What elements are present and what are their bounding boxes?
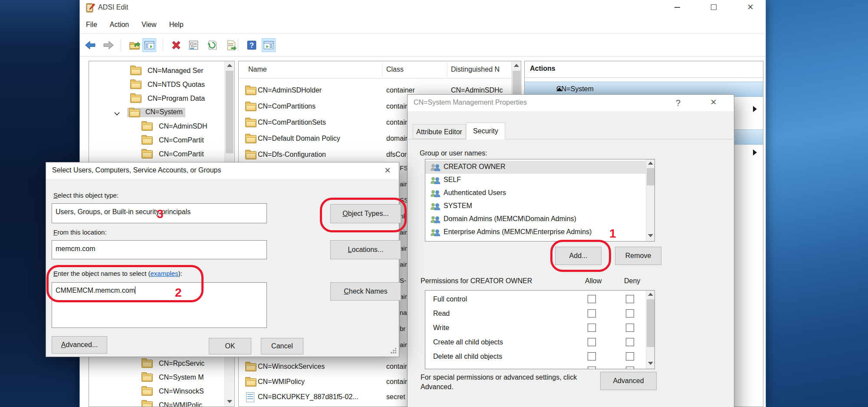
folder-icon xyxy=(245,378,256,387)
locations-button[interactable]: Locations... xyxy=(330,240,401,259)
group-names-list[interactable]: CREATOR OWNER SELF Authenticated Users S… xyxy=(425,159,655,242)
flyout-arrow-icon[interactable] xyxy=(753,106,757,112)
permission-row: Delete all child objects xyxy=(425,351,646,365)
scroll-up-icon[interactable] xyxy=(648,162,653,165)
list-header: Name Class Distinguished N xyxy=(239,61,521,79)
remove-button[interactable]: Remove xyxy=(615,247,661,265)
tree-item[interactable]: CN=Program Data xyxy=(89,93,234,106)
tree-item-label: CN=ComPartit xyxy=(159,150,204,158)
permissions-list[interactable]: Full control Read Write Create all child… xyxy=(425,290,655,369)
delete-icon[interactable] xyxy=(169,38,183,52)
deny-checkbox[interactable] xyxy=(626,338,634,346)
cancel-button[interactable]: Cancel xyxy=(261,338,303,354)
object-type-label: Select this object type: xyxy=(53,192,118,199)
ok-button[interactable]: OK xyxy=(209,338,251,354)
tab-attribute-editor[interactable]: Attribute Editor xyxy=(413,124,466,139)
advanced-button[interactable]: Advanced... xyxy=(52,336,107,354)
group-item[interactable]: SYSTEM xyxy=(425,200,646,213)
collapse-icon[interactable] xyxy=(556,87,562,91)
group-item[interactable]: Authenticated Users xyxy=(425,187,646,200)
export-list-icon[interactable] xyxy=(224,38,238,52)
annotation-circle-object-types xyxy=(320,198,407,232)
resize-grip[interactable] xyxy=(390,348,396,354)
tree-item[interactable]: CN=WMIPolic xyxy=(89,399,234,407)
help-icon[interactable]: ? xyxy=(245,38,259,52)
flyout-arrow-icon[interactable] xyxy=(753,149,757,156)
menu-file[interactable]: File xyxy=(86,21,97,29)
scroll-down-icon[interactable] xyxy=(227,400,232,403)
console-window-icon[interactable] xyxy=(142,38,156,52)
close-icon[interactable]: × xyxy=(385,165,391,175)
dual-user-icon xyxy=(430,215,441,223)
close-button[interactable]: × xyxy=(740,0,760,15)
tree-item-cn-system[interactable]: CN=System xyxy=(89,106,234,120)
deny-checkbox[interactable] xyxy=(626,352,634,361)
select-dialog-titlebar: Select Users, Computers, Service Account… xyxy=(46,162,399,179)
column-header-name[interactable]: Name xyxy=(248,66,267,73)
check-names-button[interactable]: Check Names xyxy=(330,282,401,301)
tree-item[interactable]: CN=WinsockS xyxy=(89,385,234,399)
column-header-dn[interactable]: Distinguished N xyxy=(451,66,500,73)
deny-checkbox[interactable] xyxy=(626,309,634,318)
folder-icon xyxy=(245,151,256,159)
tree-item[interactable]: CN=RpcServic xyxy=(89,357,234,371)
scroll-up-icon[interactable] xyxy=(648,293,653,296)
tree-item[interactable]: CN=ComPartit xyxy=(89,148,234,162)
export-folder-icon[interactable] xyxy=(128,38,141,52)
allow-checkbox[interactable] xyxy=(588,338,596,346)
forward-icon[interactable] xyxy=(102,38,115,52)
deny-checkbox[interactable] xyxy=(626,324,634,332)
allow-checkbox[interactable] xyxy=(588,309,596,318)
allow-checkbox[interactable] xyxy=(588,367,596,369)
scroll-up-icon[interactable] xyxy=(514,64,519,67)
folder-icon xyxy=(141,401,153,407)
scroll-down-icon[interactable] xyxy=(648,234,653,237)
tree-item-label: CN=ComPartit xyxy=(159,136,204,144)
group-list-scrollbar[interactable] xyxy=(646,159,654,241)
scrollbar-thumb[interactable] xyxy=(647,168,654,185)
scroll-up-icon[interactable] xyxy=(227,64,232,67)
annotation-step-1: 1 xyxy=(609,227,616,241)
group-item[interactable]: Domain Admins (MEMCM\Domain Admins) xyxy=(425,213,646,226)
tree-item[interactable]: CN=AdminSDH xyxy=(89,120,234,134)
chevron-down-icon[interactable] xyxy=(114,110,119,115)
menu-view[interactable]: View xyxy=(141,21,156,29)
deny-checkbox[interactable] xyxy=(626,295,634,303)
help-question-icon[interactable]: ? xyxy=(676,98,681,108)
advanced-button[interactable]: Advanced xyxy=(600,372,657,390)
group-names-label: Group or user names: xyxy=(420,149,487,157)
folder-icon xyxy=(130,95,141,103)
column-header-class[interactable]: Class xyxy=(386,66,404,73)
properties-icon[interactable] xyxy=(187,38,201,52)
group-item[interactable]: SELF xyxy=(425,174,646,187)
group-item-selected[interactable]: CREATOR OWNER xyxy=(425,161,646,174)
scrollbar-thumb[interactable] xyxy=(647,299,654,347)
folder-icon xyxy=(141,122,153,131)
back-icon[interactable] xyxy=(83,38,97,52)
scrollbar-thumb[interactable] xyxy=(226,71,233,153)
refresh-icon[interactable] xyxy=(205,38,219,52)
allow-checkbox[interactable] xyxy=(588,324,596,332)
folder-icon xyxy=(141,150,153,159)
svg-text:?: ? xyxy=(250,41,254,49)
deny-checkbox[interactable] xyxy=(626,367,634,369)
tree-item[interactable]: CN=System M xyxy=(89,371,234,385)
tree-item[interactable]: CN=ComPartit xyxy=(89,134,234,148)
tree-item[interactable]: CN=NTDS Quotas xyxy=(89,79,234,93)
folder-icon xyxy=(141,387,153,396)
permissions-scrollbar[interactable] xyxy=(646,291,654,369)
tab-security[interactable]: Security xyxy=(466,122,505,139)
allow-checkbox[interactable] xyxy=(588,295,596,303)
minimize-button[interactable] xyxy=(667,0,687,15)
scroll-down-icon[interactable] xyxy=(648,362,653,365)
close-icon[interactable]: × xyxy=(710,97,717,107)
allow-checkbox[interactable] xyxy=(588,352,596,361)
maximize-button[interactable] xyxy=(704,0,723,15)
menu-action[interactable]: Action xyxy=(110,21,129,29)
tree-item[interactable]: CN=Managed Ser xyxy=(89,65,234,79)
menu-help[interactable]: Help xyxy=(169,21,184,29)
actions-header: Actions xyxy=(525,61,763,78)
advanced-hint-line2: Advanced. xyxy=(421,383,454,391)
show-hide-console-tree-icon[interactable] xyxy=(262,38,276,52)
clipped-text-fragment: br xyxy=(400,325,405,332)
